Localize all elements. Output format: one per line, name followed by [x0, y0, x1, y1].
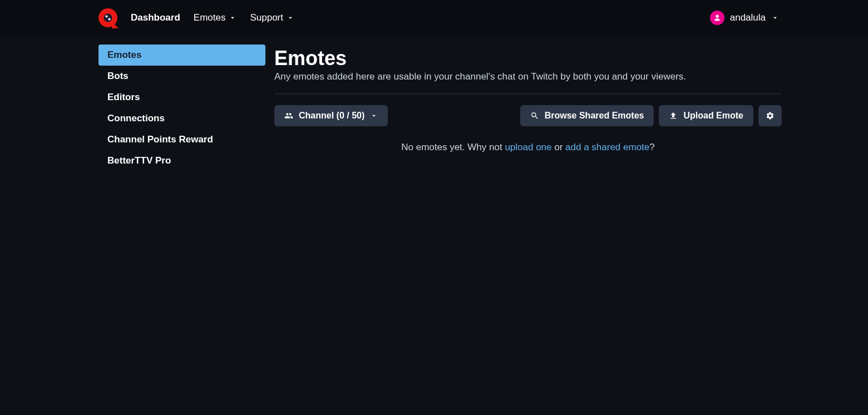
- nav-support-label: Support: [250, 12, 283, 23]
- logo-icon: [102, 12, 114, 23]
- empty-prefix: No emotes yet. Why not: [401, 142, 505, 152]
- page-title: Emotes: [274, 47, 782, 70]
- add-shared-emote-link[interactable]: add a shared emote: [565, 142, 649, 152]
- sidebar-item-editors[interactable]: Editors: [98, 87, 265, 108]
- users-icon: [284, 111, 293, 120]
- empty-suffix: ?: [649, 142, 654, 152]
- chevron-down-icon: [229, 14, 236, 22]
- content: Emotes Any emotes added here are usable …: [265, 45, 782, 171]
- upload-one-link[interactable]: upload one: [505, 142, 551, 152]
- divider: [274, 93, 782, 94]
- sidebar-item-channel-points[interactable]: Channel Points Reward: [98, 129, 265, 150]
- chevron-down-icon: [287, 14, 294, 22]
- svg-point-0: [104, 14, 112, 22]
- sidebar-item-label: Editors: [107, 92, 140, 102]
- svg-point-2: [108, 18, 110, 20]
- header-left: Dashboard Emotes Support: [98, 8, 294, 27]
- nav-dashboard[interactable]: Dashboard: [131, 12, 180, 23]
- chevron-down-icon: [771, 14, 779, 22]
- sidebar-item-label: Connections: [107, 113, 165, 123]
- user-menu[interactable]: andalula: [710, 11, 779, 25]
- browse-button-label: Browse Shared Emotes: [545, 111, 644, 121]
- sidebar-item-emotes[interactable]: Emotes: [98, 45, 265, 66]
- logo[interactable]: [98, 8, 117, 27]
- gear-icon: [766, 111, 775, 120]
- actions-row: Channel (0 / 50) Browse Shared Emotes: [274, 105, 782, 126]
- sidebar-item-connections[interactable]: Connections: [98, 108, 265, 129]
- actions-right: Browse Shared Emotes Upload Emote: [520, 105, 782, 126]
- sidebar-item-label: BetterTTV Pro: [107, 155, 171, 166]
- username: andalula: [730, 12, 766, 23]
- svg-point-3: [716, 15, 718, 18]
- page-subtitle: Any emotes added here are usable in your…: [274, 71, 782, 82]
- upload-emote-button[interactable]: Upload Emote: [659, 105, 753, 126]
- sidebar-item-label: Emotes: [107, 50, 141, 60]
- nav-dashboard-label: Dashboard: [131, 12, 180, 23]
- upload-button-label: Upload Emote: [683, 111, 743, 121]
- svg-point-1: [105, 15, 107, 17]
- avatar: [710, 11, 724, 25]
- settings-button[interactable]: [758, 105, 782, 126]
- empty-middle: or: [552, 142, 566, 152]
- sidebar-item-label: Bots: [107, 71, 129, 81]
- sidebar: Emotes Bots Editors Connections Channel …: [98, 45, 265, 171]
- upload-icon: [669, 111, 678, 120]
- search-icon: [530, 111, 539, 120]
- empty-state: No emotes yet. Why not upload one or add…: [274, 142, 782, 153]
- nav-emotes[interactable]: Emotes: [194, 12, 237, 23]
- channel-selector-label: Channel (0 / 50): [299, 111, 364, 121]
- header: Dashboard Emotes Support andalula: [0, 0, 868, 36]
- main-container: Emotes Bots Editors Connections Channel …: [0, 36, 868, 171]
- sidebar-item-bots[interactable]: Bots: [98, 66, 265, 87]
- chevron-down-icon: [370, 112, 378, 120]
- sidebar-item-label: Channel Points Reward: [107, 134, 213, 145]
- channel-selector-button[interactable]: Channel (0 / 50): [274, 105, 388, 126]
- nav-support[interactable]: Support: [250, 12, 294, 23]
- nav-emotes-label: Emotes: [194, 12, 226, 23]
- user-icon: [713, 13, 722, 22]
- browse-shared-emotes-button[interactable]: Browse Shared Emotes: [520, 105, 654, 126]
- sidebar-item-betterttv-pro[interactable]: BetterTTV Pro: [98, 150, 265, 171]
